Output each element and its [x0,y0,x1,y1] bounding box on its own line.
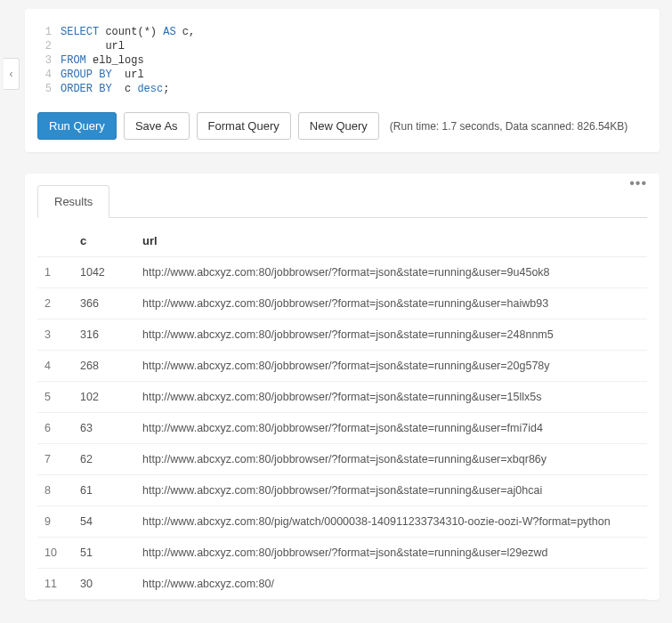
cell-row-number: 10 [37,538,73,569]
cell-row-number: 1 [37,257,73,288]
cell-url: http://www.abcxyz.com:80/jobbrowser/?for… [135,382,647,413]
cell-row-number: 4 [37,351,73,382]
query-editor-panel: 12345 SELECT count(*) AS c, urlFROM elb_… [25,9,660,152]
editor-toolbar: Run Query Save As Format Query New Query… [25,112,660,140]
cell-row-number: 7 [37,444,73,475]
code-line[interactable]: url [61,39,195,53]
cell-row-number: 9 [37,506,73,538]
save-as-button[interactable]: Save As [124,112,190,140]
cell-row-number: 2 [37,288,73,320]
col-url: url [135,223,647,257]
cell-url: http://www.abcxyz.com:80/pig/watch/00000… [135,506,647,538]
cell-row-number: 3 [37,320,73,351]
cell-row-number: 5 [37,382,73,413]
line-number: 2 [36,39,52,53]
cell-url: http://www.abcxyz.com:80/jobbrowser/?for… [135,257,647,288]
cell-count: 62 [73,444,135,475]
cell-count: 1042 [73,257,135,288]
cell-count: 51 [73,538,135,569]
query-status-text: (Run time: 1.7 seconds, Data scanned: 82… [390,120,628,133]
results-tabs: Results [37,184,647,218]
code-area[interactable]: SELECT count(*) AS c, urlFROM elb_logsGR… [61,25,195,96]
cell-url: http://www.abcxyz.com:80/jobbrowser/?for… [135,413,647,444]
panel-collapse-toggle[interactable]: ‹ [4,58,20,90]
cell-count: 61 [73,475,135,506]
table-row[interactable]: 861http://www.abcxyz.com:80/jobbrowser/?… [37,475,647,506]
cell-count: 54 [73,506,135,538]
table-row[interactable]: 954http://www.abcxyz.com:80/pig/watch/00… [37,506,647,538]
table-row[interactable]: 5102http://www.abcxyz.com:80/jobbrowser/… [37,382,647,413]
code-line[interactable]: FROM elb_logs [61,53,195,68]
code-line[interactable]: SELECT count(*) AS c, [61,25,195,39]
code-line[interactable]: GROUP BY url [61,68,195,82]
cell-row-number: 8 [37,475,73,506]
format-query-button[interactable]: Format Query [197,112,291,140]
results-header-row: c url [37,223,647,257]
line-number: 3 [36,53,52,68]
cell-url: http://www.abcxyz.com:80/ [135,569,647,600]
cell-url: http://www.abcxyz.com:80/jobbrowser/?for… [135,320,647,351]
table-row[interactable]: 2366http://www.abcxyz.com:80/jobbrowser/… [37,288,647,320]
table-row[interactable]: 3316http://www.abcxyz.com:80/jobbrowser/… [37,320,647,351]
line-number: 4 [36,68,52,82]
run-query-button[interactable]: Run Query [37,112,117,140]
col-rownum [37,223,73,257]
more-menu-icon[interactable]: ••• [629,175,647,191]
results-panel: ••• Results c url 11042http://www.abcxyz… [25,174,660,600]
line-number: 5 [36,82,52,96]
cell-row-number: 6 [37,413,73,444]
line-number-gutter: 12345 [36,25,61,96]
results-table: c url 11042http://www.abcxyz.com:80/jobb… [37,223,647,600]
cell-count: 102 [73,382,135,413]
cell-url: http://www.abcxyz.com:80/jobbrowser/?for… [135,288,647,320]
cell-url: http://www.abcxyz.com:80/jobbrowser/?for… [135,538,647,569]
table-row[interactable]: 1051http://www.abcxyz.com:80/jobbrowser/… [37,538,647,569]
cell-count: 316 [73,320,135,351]
cell-row-number: 11 [37,569,73,600]
chevron-left-icon: ‹ [10,68,13,80]
table-row[interactable]: 762http://www.abcxyz.com:80/jobbrowser/?… [37,444,647,475]
tab-results[interactable]: Results [37,185,109,218]
table-row[interactable]: 11042http://www.abcxyz.com:80/jobbrowser… [37,257,647,288]
cell-count: 63 [73,413,135,444]
col-c: c [73,223,135,257]
code-line[interactable]: ORDER BY c desc; [61,82,195,96]
cell-url: http://www.abcxyz.com:80/jobbrowser/?for… [135,475,647,506]
table-row[interactable]: 1130http://www.abcxyz.com:80/ [37,569,647,600]
cell-url: http://www.abcxyz.com:80/jobbrowser/?for… [135,444,647,475]
cell-count: 366 [73,288,135,320]
table-row[interactable]: 4268http://www.abcxyz.com:80/jobbrowser/… [37,351,647,382]
sql-editor[interactable]: 12345 SELECT count(*) AS c, urlFROM elb_… [36,18,649,112]
new-query-button[interactable]: New Query [298,112,379,140]
line-number: 1 [36,25,52,39]
table-row[interactable]: 663http://www.abcxyz.com:80/jobbrowser/?… [37,413,647,444]
cell-count: 30 [73,569,135,600]
cell-url: http://www.abcxyz.com:80/jobbrowser/?for… [135,351,647,382]
cell-count: 268 [73,351,135,382]
